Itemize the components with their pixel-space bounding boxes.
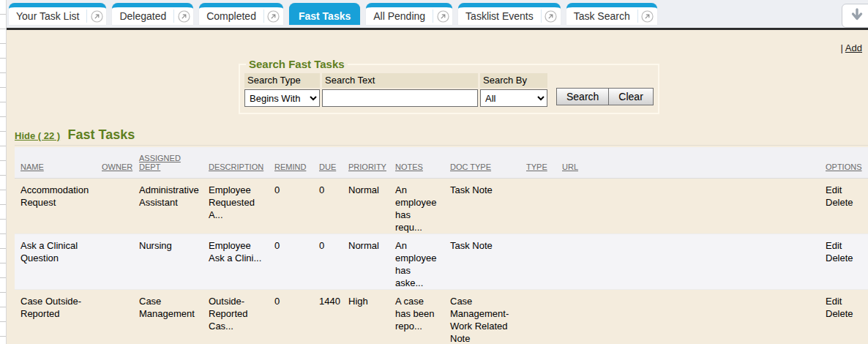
tab-fast-tasks[interactable]: Fast Tasks bbox=[289, 3, 360, 25]
popout-icon[interactable] bbox=[433, 10, 452, 23]
delete-link[interactable]: Delete bbox=[826, 252, 862, 264]
cell-notes: An employee has aske... bbox=[389, 233, 444, 289]
search-text-label: Search Text bbox=[322, 73, 478, 88]
main-content: | Add Search Fast Tasks Search Type Begi… bbox=[0, 30, 868, 344]
tab-label: Tasklist Events bbox=[458, 10, 541, 22]
search-panel-title: Search Fast Tasks bbox=[246, 58, 348, 70]
tab-task-search[interactable]: Task Search bbox=[566, 3, 657, 25]
cell-due: 1440 bbox=[313, 289, 343, 344]
cell-type bbox=[520, 178, 556, 233]
cell-type bbox=[520, 289, 556, 344]
cell-url bbox=[556, 233, 820, 289]
cell-owner bbox=[96, 233, 133, 289]
cell-name: Case Outside-Reported bbox=[15, 289, 96, 344]
column-header-priority[interactable]: PRIORITY bbox=[348, 162, 386, 171]
column-header-notes[interactable]: NOTES bbox=[395, 162, 423, 171]
popout-icon[interactable] bbox=[174, 10, 193, 23]
table-row: Accommodation Request Administrative Ass… bbox=[15, 178, 868, 233]
cell-options: Edit Delete bbox=[820, 178, 868, 233]
cell-url bbox=[556, 178, 820, 233]
cell-doc-type: Task Note bbox=[444, 233, 520, 289]
down-arrow-icon bbox=[850, 7, 864, 25]
cell-remind: 0 bbox=[269, 178, 313, 233]
frame-resize-gutter[interactable] bbox=[0, 0, 7, 344]
column-header-owner[interactable]: OWNER bbox=[102, 162, 132, 171]
edit-link[interactable]: Edit bbox=[826, 295, 862, 307]
cell-description: Employee Requested A... bbox=[203, 178, 269, 233]
tab-completed[interactable]: Completed bbox=[199, 3, 283, 25]
column-header-due[interactable]: DUE bbox=[319, 162, 336, 171]
tab-bar: Your Task List Delegated Completed Fast … bbox=[0, 0, 868, 30]
cell-notes: A case has been repo... bbox=[389, 289, 444, 344]
column-header-type[interactable]: TYPE bbox=[526, 162, 547, 171]
cell-due: 0 bbox=[313, 178, 343, 233]
tab-label: Delegated bbox=[112, 10, 173, 22]
cell-doc-type: Case Management-Work Related Note bbox=[444, 289, 520, 344]
cell-owner bbox=[96, 289, 133, 344]
column-header-options[interactable]: OPTIONS bbox=[826, 162, 862, 171]
tab-all-pending[interactable]: All Pending bbox=[366, 3, 452, 25]
cell-options: Edit Delete bbox=[820, 233, 868, 289]
cell-description: Employee Ask a Clini... bbox=[203, 233, 269, 289]
search-button[interactable]: Search bbox=[556, 88, 609, 105]
cell-priority: Normal bbox=[343, 178, 389, 233]
cell-name: Ask a Clinical Question bbox=[15, 233, 96, 289]
search-type-column: Search Type Begins With bbox=[244, 73, 320, 107]
column-header-description[interactable]: DESCRIPTION bbox=[209, 162, 263, 171]
tab-label: Completed bbox=[199, 10, 263, 22]
column-header-remind[interactable]: REMIND bbox=[274, 162, 306, 171]
search-text-input[interactable] bbox=[322, 89, 478, 107]
cell-description: Outside-Reported Cas... bbox=[203, 289, 269, 344]
fast-tasks-table: NAME OWNER ASSIGNED DEPT DESCRIPTION REM… bbox=[15, 147, 868, 344]
tab-list: Your Task List Delegated Completed Fast … bbox=[9, 3, 657, 25]
tab-scroll-button[interactable] bbox=[842, 4, 868, 28]
cell-url bbox=[556, 289, 820, 344]
tab-your-task-list[interactable]: Your Task List bbox=[9, 3, 106, 25]
cell-assigned-dept: Nursing bbox=[133, 233, 203, 289]
edit-link[interactable]: Edit bbox=[826, 239, 862, 252]
tab-tasklist-events[interactable]: Tasklist Events bbox=[458, 3, 561, 25]
popout-icon[interactable] bbox=[542, 10, 561, 23]
column-header-url[interactable]: URL bbox=[562, 162, 578, 171]
cell-notes: An employee has requ... bbox=[389, 178, 444, 233]
column-header-assigned-dept[interactable]: ASSIGNED DEPT bbox=[139, 154, 181, 171]
cell-assigned-dept: Case Management bbox=[133, 289, 203, 344]
add-link[interactable]: Add bbox=[845, 42, 862, 53]
column-header-doc-type[interactable]: DOC TYPE bbox=[450, 162, 491, 171]
cell-due: 0 bbox=[313, 233, 343, 289]
tab-label: Task Search bbox=[566, 10, 637, 22]
edit-link[interactable]: Edit bbox=[826, 184, 862, 196]
cell-name: Accommodation Request bbox=[15, 178, 96, 233]
cell-assigned-dept: Administrative Assistant bbox=[133, 178, 203, 233]
list-heading: Fast Tasks bbox=[68, 127, 135, 142]
search-type-label: Search Type bbox=[244, 73, 320, 88]
search-form: Search Type Begins With Search Text Sear… bbox=[244, 73, 654, 107]
cell-remind: 0 bbox=[269, 289, 313, 344]
search-text-column: Search Text bbox=[322, 73, 478, 107]
popout-icon[interactable] bbox=[87, 10, 106, 23]
tab-label: Fast Tasks bbox=[289, 10, 360, 22]
cell-type bbox=[520, 233, 556, 289]
column-header-name[interactable]: NAME bbox=[20, 162, 44, 171]
cell-remind: 0 bbox=[269, 233, 313, 289]
search-by-select[interactable]: All bbox=[480, 89, 547, 107]
search-fast-tasks-panel: Search Fast Tasks Search Type Begins Wit… bbox=[239, 58, 659, 114]
list-title-row: Hide ( 22 ) Fast Tasks bbox=[15, 127, 868, 146]
table-header-row: NAME OWNER ASSIGNED DEPT DESCRIPTION REM… bbox=[15, 147, 868, 178]
search-type-select[interactable]: Begins With bbox=[244, 89, 320, 107]
search-buttons: Search Clear bbox=[556, 88, 654, 105]
delete-link[interactable]: Delete bbox=[826, 196, 862, 209]
cell-owner bbox=[96, 178, 133, 233]
hide-count-link[interactable]: Hide ( 22 ) bbox=[15, 130, 60, 141]
tab-delegated[interactable]: Delegated bbox=[112, 3, 193, 25]
cell-options: Edit Delete bbox=[820, 289, 868, 344]
popout-icon[interactable] bbox=[264, 10, 283, 23]
popout-icon[interactable] bbox=[638, 10, 657, 23]
table-row: Ask a Clinical Question Nursing Employee… bbox=[15, 233, 868, 289]
separator: | bbox=[841, 42, 843, 53]
cell-priority: Normal bbox=[343, 233, 389, 289]
delete-link[interactable]: Delete bbox=[826, 307, 862, 320]
clear-button[interactable]: Clear bbox=[609, 88, 653, 105]
search-by-label: Search By bbox=[480, 73, 547, 88]
table-row: Case Outside-Reported Case Management Ou… bbox=[15, 289, 868, 344]
